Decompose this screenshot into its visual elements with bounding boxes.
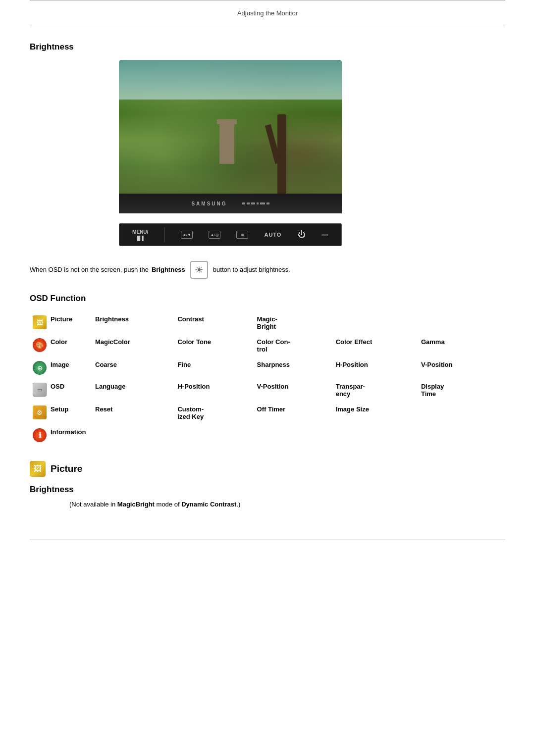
monitor-screen [119, 60, 342, 194]
setup-category-label: Setup [48, 402, 92, 424]
brightness-sun-icon: ☀ [195, 262, 204, 278]
color-item-gamma: Gamma [418, 334, 493, 357]
brightness-title: Brightness [30, 42, 505, 52]
osd-item-language: Language [92, 379, 174, 402]
picture-item-contrast: Contrast [174, 311, 254, 334]
color-item-magiccolor: MagicColor [92, 334, 174, 357]
image-item-coarse: Coarse [92, 357, 174, 379]
image-icon-cell: ⊕ [30, 357, 48, 379]
top-rule [30, 0, 505, 0]
pagoda-decoration [219, 124, 234, 164]
nav-up-button[interactable]: ▲/◎ [209, 231, 220, 239]
brightness-magicbright-bold: MagicBright [117, 501, 155, 508]
color-item-control: Color Con-trol [254, 334, 333, 357]
setup-icon-symbol: ⚙ [37, 409, 43, 416]
picture-item-magicbright: Magic-Bright [254, 311, 333, 334]
picture-section-icon: 🖼 [30, 461, 46, 477]
picture-section-icon-symbol: 🖼 [34, 464, 42, 473]
image-item-fine: Fine [174, 357, 254, 379]
page-header: Adjusting the Monitor [30, 4, 505, 27]
picture-category-label: Picture [48, 311, 92, 334]
picture-section-header: 🖼 Picture [30, 461, 505, 477]
osd-item-hposition: H-Position [174, 379, 254, 402]
enter-icon: ⊕ [236, 231, 248, 239]
setup-icon-cell: ⚙ [30, 402, 48, 424]
picture-item-brightness: Brightness [92, 311, 174, 334]
setup-item-customizedkey: Custom-ized Key [174, 402, 254, 424]
brightness-dynamic-contrast-bold: Dynamic Contrast [181, 501, 236, 508]
info-category-label: Information [48, 424, 92, 446]
table-row-color: 🎨 Color MagicColor Color Tone Color Con-… [30, 334, 505, 357]
nav-up-icon: ▲/◎ [209, 231, 220, 239]
osd-table: 🖼 Picture Brightness Contrast Magic-Brig… [30, 311, 505, 446]
picture-icon-cell: 🖼 [30, 311, 48, 334]
color-icon: 🎨 [33, 338, 47, 352]
sky-area [119, 60, 342, 100]
setup-item-reset: Reset [92, 402, 174, 424]
info-icon-symbol: ℹ [39, 431, 41, 439]
color-icon-cell: 🎨 [30, 334, 48, 357]
enter-button[interactable]: ⊕ [236, 231, 248, 239]
nav-down-icon: ◄/▼ [181, 231, 193, 239]
osd-item-vposition: V-Position [254, 379, 333, 402]
nav-down-button[interactable]: ◄/▼ [181, 231, 193, 239]
brightness-note-part1: (Not available in [69, 501, 117, 508]
osd-icon: ▭ [33, 383, 47, 397]
image-item-hposition: H-Position [333, 357, 418, 379]
color-category-label: Color [48, 334, 92, 357]
menu-button[interactable]: MENU/ ▐▌▌ [132, 229, 148, 241]
tree-decoration [277, 114, 286, 194]
picture-icon-symbol: 🖼 [37, 319, 43, 326]
image-icon-symbol: ⊕ [37, 364, 43, 372]
monitor-bezel: SAMSUNG [119, 194, 342, 213]
brightness-note-part3: .) [236, 501, 240, 508]
brightness-sub-title: Brightness [30, 485, 505, 495]
info-icon: ℹ [33, 428, 47, 442]
power-button[interactable]: ⏻ [298, 230, 306, 239]
color-icon-symbol: 🎨 [36, 342, 44, 349]
table-row-picture: 🖼 Picture Brightness Contrast Magic-Brig… [30, 311, 505, 334]
brightness-sub-note: (Not available in MagicBright mode of Dy… [69, 500, 505, 510]
image-category-label: Image [48, 357, 92, 379]
monitor-image: SAMSUNG [119, 60, 342, 213]
image-icon: ⊕ [33, 361, 47, 375]
setup-item-imagesize: Image Size [333, 402, 418, 424]
setup-item-offtimer: Off Timer [254, 402, 333, 424]
brightness-note-bold: Brightness [152, 265, 185, 275]
picture-icon: 🖼 [33, 315, 47, 329]
brightness-icon-box: ☀ [190, 261, 208, 279]
table-row-setup: ⚙ Setup Reset Custom-ized Key Off Timer … [30, 402, 505, 424]
osd-function-section: OSD Function 🖼 Picture Brightness Contra… [30, 294, 505, 446]
samsung-logo: SAMSUNG [191, 201, 227, 206]
color-item-tone: Color Tone [174, 334, 254, 357]
page-container: Adjusting the Monitor Brightness SAMSUNG [0, 0, 535, 756]
osd-icon-cell: ▭ [30, 379, 48, 402]
page-title: Adjusting the Monitor [237, 9, 298, 17]
auto-button[interactable]: AUTO [264, 232, 281, 238]
table-row-image: ⊕ Image Coarse Fine Sharpness H-Position… [30, 357, 505, 379]
table-row-osd: ▭ OSD Language H-Position V-Position Tra… [30, 379, 505, 402]
monitor-image-container: SAMSUNG [119, 60, 505, 213]
minus-button[interactable]: — [321, 231, 328, 239]
setup-icon: ⚙ [33, 405, 47, 419]
osd-function-title: OSD Function [30, 294, 505, 303]
brightness-note: When OSD is not on the screen, push the … [30, 261, 505, 279]
brightness-note-part2: mode of [155, 501, 181, 508]
osd-item-transparency: Transpar-ency [333, 379, 418, 402]
osd-icon-symbol: ▭ [37, 387, 42, 393]
brightness-sub-section: Brightness (Not available in MagicBright… [30, 485, 505, 510]
osd-bar-container: MENU/ ▐▌▌ ◄/▼ ▲/◎ ⊕ AUTO ⏻ [119, 223, 505, 246]
info-icon-cell: ℹ [30, 424, 48, 446]
osd-divider-1 [164, 227, 165, 242]
image-item-sharpness: Sharpness [254, 357, 333, 379]
osd-item-displaytime: DisplayTime [418, 379, 493, 402]
picture-section-title: Picture [51, 463, 82, 474]
image-item-vposition: V-Position [418, 357, 493, 379]
brightness-section: Brightness SAMSUNG [30, 42, 505, 279]
brightness-note-suffix: button to adjust brightness. [213, 265, 290, 275]
osd-control-bar: MENU/ ▐▌▌ ◄/▼ ▲/◎ ⊕ AUTO ⏻ [119, 223, 342, 246]
table-row-information: ℹ Information [30, 424, 505, 446]
color-item-effect: Color Effect [333, 334, 418, 357]
bottom-rule [30, 540, 505, 540]
brightness-note-prefix: When OSD is not on the screen, push the [30, 265, 149, 275]
